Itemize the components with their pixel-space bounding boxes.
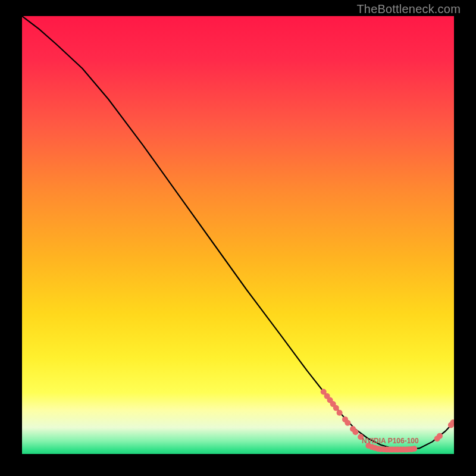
watermark: TheBottleneck.com bbox=[356, 2, 461, 16]
bottleneck-curve bbox=[22, 16, 454, 450]
data-point bbox=[411, 446, 417, 452]
data-point bbox=[345, 420, 350, 426]
data-point bbox=[437, 433, 443, 439]
series-label: NVIDIA P106-100 bbox=[362, 437, 419, 445]
chart-overlay bbox=[22, 16, 454, 454]
plot-area: NVIDIA P106-100 bbox=[22, 16, 454, 454]
data-point bbox=[333, 405, 339, 411]
data-point bbox=[337, 410, 343, 416]
chart-frame: { "watermark": "TheBottleneck.com", "lab… bbox=[0, 0, 476, 476]
data-point bbox=[353, 429, 359, 435]
